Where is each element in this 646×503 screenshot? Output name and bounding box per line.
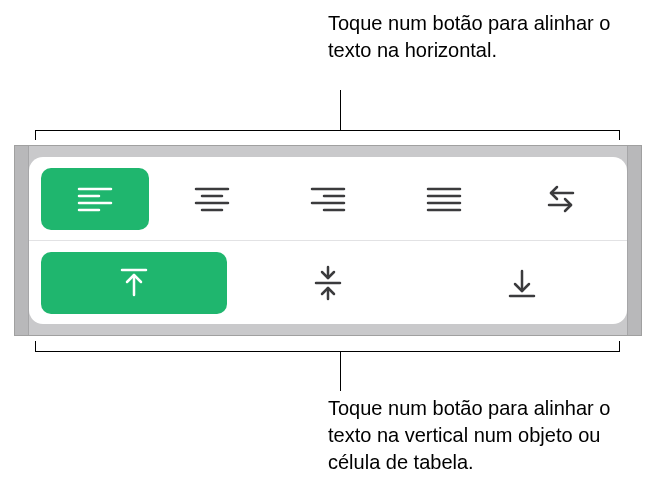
leader-line <box>35 351 620 352</box>
callout-vertical: Toque num botão para alinhar o texto na … <box>328 395 646 476</box>
valign-bottom-icon <box>507 267 537 299</box>
valign-bottom-button[interactable] <box>429 252 615 314</box>
callout-horizontal: Toque num botão para alinhar o texto na … <box>328 10 646 64</box>
leader-line <box>35 341 36 351</box>
align-left-button[interactable] <box>41 168 149 230</box>
leader-line <box>35 130 620 131</box>
align-justify-icon <box>426 186 462 212</box>
leader-line <box>35 130 36 140</box>
leader-line <box>619 341 620 351</box>
panel-edge <box>627 146 641 335</box>
vertical-alignment-row <box>29 241 627 324</box>
horizontal-alignment-row <box>29 157 627 241</box>
valign-top-icon <box>119 267 149 299</box>
text-direction-button[interactable] <box>507 168 615 230</box>
text-direction-icon <box>543 184 579 214</box>
valign-top-button[interactable] <box>41 252 227 314</box>
leader-line <box>619 130 620 140</box>
panel-edge <box>15 146 29 335</box>
align-center-button[interactable] <box>157 168 265 230</box>
leader-line <box>340 351 341 391</box>
align-left-icon <box>77 186 113 212</box>
align-center-icon <box>194 186 230 212</box>
valign-middle-icon <box>313 265 343 301</box>
alignment-controls <box>29 157 627 324</box>
align-right-icon <box>310 186 346 212</box>
valign-middle-button[interactable] <box>235 252 421 314</box>
align-right-button[interactable] <box>274 168 382 230</box>
leader-line <box>340 90 341 130</box>
align-justify-button[interactable] <box>390 168 498 230</box>
alignment-panel <box>14 145 642 336</box>
